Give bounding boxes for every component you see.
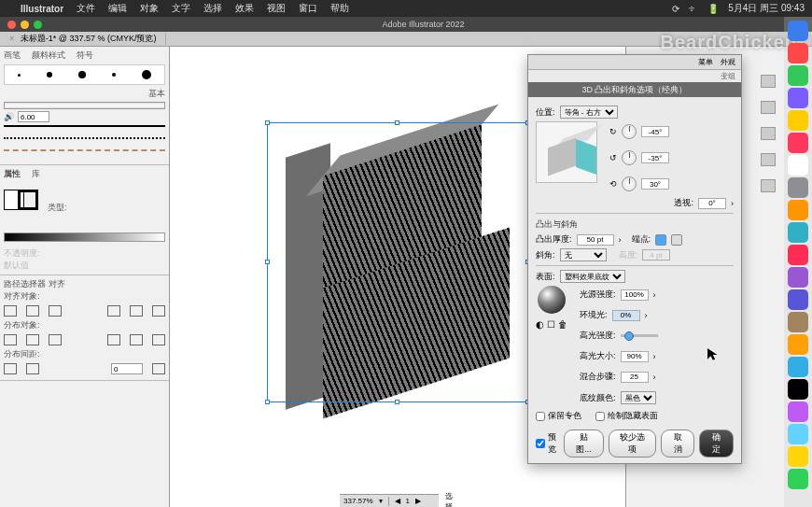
menu-effect[interactable]: 效果 [235,2,254,15]
tab-close-icon[interactable]: × [9,34,14,43]
fewer-options-button[interactable]: 较少选项 [609,430,656,458]
perspective-input[interactable] [698,198,726,209]
dlg-tab-appearance[interactable]: 外观 [721,57,735,67]
rot-z-input[interactable] [641,178,669,190]
cap-off-icon[interactable] [671,234,682,246]
dock-app-2-icon[interactable] [788,65,808,86]
dist-hcenter-icon[interactable] [130,334,143,345]
map-art-button[interactable]: 贴图... [564,430,604,458]
selection-bounding-box[interactable] [267,122,528,402]
bevel-select[interactable]: 无 [560,248,607,261]
preview-checkbox[interactable]: 预览 [536,430,559,458]
light-delete-icon[interactable]: 🗑 [558,319,567,330]
tab-swatch[interactable]: 颜料样式 [32,49,65,62]
dock-app-19-icon[interactable] [788,446,808,467]
align-panel-title[interactable]: 路径选择器 对齐 [4,278,65,290]
panel-swatches-icon[interactable] [761,101,776,114]
sel-handle-s[interactable] [395,400,399,404]
dock-app-4-icon[interactable] [788,110,808,131]
li-stepper-icon[interactable]: › [653,290,656,300]
dist-vcenter-icon[interactable] [26,334,39,345]
stroke-preview-dotted[interactable] [4,137,165,147]
dock-app-15-icon[interactable] [788,357,808,377]
dock-app-20-icon[interactable] [788,469,808,489]
rot-x-input[interactable] [641,126,669,137]
light-intensity-input[interactable] [621,289,649,301]
menu-file[interactable]: 文件 [77,2,95,15]
dock-app-16-icon[interactable] [788,379,808,400]
align-vcenter-icon[interactable] [130,305,143,317]
surface-select[interactable]: 塑料效果底纹 [560,270,625,283]
dock-app-3-icon[interactable] [788,88,808,108]
tab-brushes[interactable]: 画笔 [4,49,21,62]
tab-properties[interactable]: 属性 [4,168,21,180]
dock-app-18-icon[interactable] [788,424,808,444]
rot-y-dial[interactable] [622,150,637,165]
cancel-button[interactable]: 取消 [661,430,695,458]
bs-stepper-icon[interactable]: › [653,373,656,382]
dock-app-1-icon[interactable] [788,43,808,63]
menu-view[interactable]: 视图 [267,2,286,15]
dock-app-5-icon[interactable] [788,133,808,153]
brush-size-input[interactable] [18,111,49,122]
wifi-icon[interactable]: ᯤ [689,4,698,14]
sel-handle-sw[interactable] [265,400,270,404]
brush-size-presets[interactable] [4,64,165,85]
panel-stroke-icon[interactable] [761,127,776,140]
dock-app-11-icon[interactable] [788,267,808,288]
gradient-strip[interactable] [4,232,165,242]
hs-stepper-icon[interactable]: › [653,352,656,361]
draw-hidden-checkbox[interactable]: 绘制隐藏表面 [595,410,658,422]
dock-app-8-icon[interactable] [788,200,808,220]
light-sphere[interactable] [538,286,566,314]
align-right-icon[interactable] [49,305,62,317]
ok-button[interactable]: 确定 [699,430,734,458]
position-select[interactable]: 等角 - 右方 [560,106,618,119]
align-to-icon[interactable] [152,363,165,374]
dist-bottom-icon[interactable] [49,334,62,345]
menu-type[interactable]: 文字 [172,2,190,15]
dock-app-14-icon[interactable] [788,334,808,355]
zoom-dropdown-icon[interactable]: ▾ [379,497,383,505]
stroke-swatch[interactable] [18,190,38,210]
sel-handle-w[interactable] [265,260,270,264]
window-maximize-icon[interactable] [34,21,42,29]
artboard-nav-next-icon[interactable]: ▶ [415,497,421,505]
artboard-nav-prev-icon[interactable]: ◀ [395,497,400,505]
window-minimize-icon[interactable] [21,21,29,29]
preserve-spot-checkbox[interactable]: 保留专色 [536,410,581,422]
window-close-icon[interactable] [7,21,16,29]
light-back-icon[interactable]: ◐ [536,319,544,330]
perspective-stepper-icon[interactable]: › [731,199,734,208]
zoom-level[interactable]: 337.57% [343,497,373,505]
align-hcenter-icon[interactable] [26,305,39,317]
spacing-input[interactable] [111,363,143,374]
brush-size-slider[interactable] [4,102,165,109]
tab-symbols[interactable]: 符号 [77,49,93,62]
align-left-icon[interactable] [4,305,17,317]
panel-color-icon[interactable] [761,75,776,88]
panel-layers-icon[interactable] [761,179,776,192]
dock-app-12-icon[interactable] [788,289,808,310]
dist-right-icon[interactable] [152,334,165,345]
artboard-number[interactable]: 1 [406,497,410,505]
rot-x-dial[interactable] [622,124,637,139]
depth-stepper-icon[interactable]: › [619,235,622,245]
ambient-input[interactable] [612,310,640,321]
light-add-icon[interactable]: ☐ [547,319,555,330]
menu-object[interactable]: 对象 [140,2,159,15]
dock-app-17-icon[interactable] [788,401,808,422]
refresh-icon[interactable]: ⟳ [672,4,679,14]
stroke-preview-wavy[interactable] [4,149,165,159]
highlight-slider[interactable] [621,334,658,337]
dist-left-icon[interactable] [107,334,120,345]
battery-icon[interactable]: 🔋 [707,4,719,14]
rot-z-dial[interactable] [622,176,637,191]
shade-color-select[interactable]: 黑色 [621,391,656,404]
dock-app-7-icon[interactable] [788,177,808,198]
stroke-preview-solid[interactable] [4,125,165,134]
rotation-cube-preview[interactable] [536,121,597,183]
dock-app-9-icon[interactable] [788,222,808,243]
sel-handle-nw[interactable] [265,120,270,125]
menu-select[interactable]: 选择 [203,2,222,15]
